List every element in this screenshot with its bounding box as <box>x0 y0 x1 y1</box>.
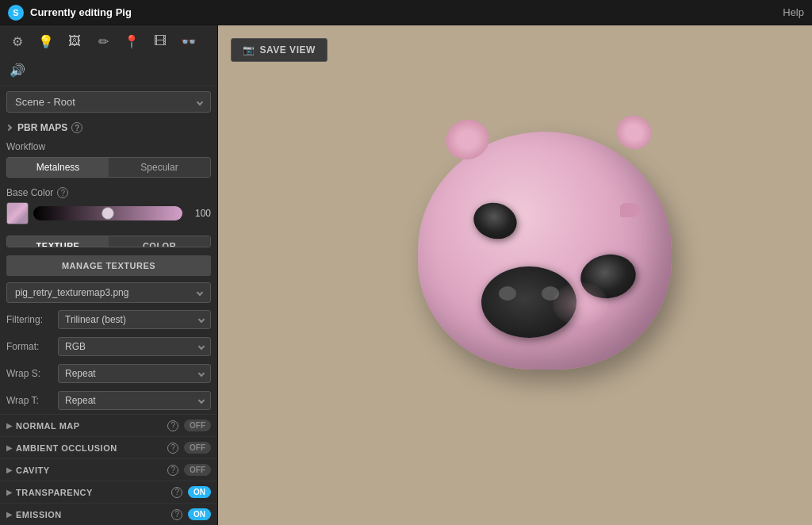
scene-dropdown[interactable]: Scene - Root <box>6 91 211 113</box>
pig-belly <box>553 282 608 326</box>
scene-dropdown-label: Scene - Root <box>15 96 75 108</box>
wraps-label: Wrap S: <box>6 368 58 379</box>
pig-eye-left <box>469 198 521 244</box>
normal-map-help[interactable]: ? <box>167 420 178 431</box>
pig-model <box>378 92 711 425</box>
wraps-chevron <box>198 370 205 377</box>
base-color-section: Base Color ? 100 <box>0 184 217 231</box>
normal-map-toggle[interactable]: OFF <box>184 420 211 431</box>
texture-file-label: pig_retry_texturemap3.png <box>15 287 128 298</box>
icon-toolbar: ⚙ 💡 🖼 ✏ 📍 🎞 👓 🔊 <box>0 25 217 86</box>
wraps-value: Repeat <box>65 368 96 379</box>
pbr-maps-help-icon[interactable]: ? <box>71 122 82 133</box>
workflow-tabs: Metalness Specular <box>6 157 211 178</box>
tab-metalness[interactable]: Metalness <box>7 158 109 177</box>
pbr-maps-toggle-arrow <box>6 125 12 131</box>
emission-label: EMISSION <box>16 510 171 519</box>
scene-dropdown-chevron <box>197 98 203 105</box>
transparency-help[interactable]: ? <box>171 487 182 498</box>
cavity-row[interactable]: ▶ CAVITY ? OFF <box>0 458 217 481</box>
film-icon[interactable]: 🎞 <box>151 32 170 51</box>
pin-icon[interactable]: 📍 <box>122 32 141 51</box>
emission-toggle[interactable]: ON <box>188 508 211 520</box>
viewport: 📷 SAVE VIEW <box>218 25 812 525</box>
transparency-label: TRANSPARENCY <box>16 488 171 497</box>
tab-specular[interactable]: Specular <box>109 158 210 177</box>
workflow-label: Workflow <box>6 141 211 152</box>
ambient-occ-arrow: ▶ <box>6 443 13 452</box>
slider-wrap <box>33 206 182 220</box>
base-color-help-icon[interactable]: ? <box>57 187 68 198</box>
vr-icon[interactable]: 👓 <box>179 32 198 51</box>
pbr-maps-header[interactable]: PBR MAPS ? <box>0 117 217 138</box>
emission-arrow: ▶ <box>6 510 13 519</box>
top-bar-left: S Currently editing Pig <box>8 5 132 21</box>
format-row: Format: RGB <box>0 333 217 360</box>
speaker-icon[interactable]: 🔊 <box>8 60 27 79</box>
texture-file-dropdown[interactable]: pig_retry_texturemap3.png <box>6 282 211 303</box>
help-button[interactable]: Help <box>783 6 804 18</box>
cavity-toggle[interactable]: OFF <box>184 464 211 476</box>
transparency-row[interactable]: ▶ TRANSPARENCY ? ON <box>0 481 217 503</box>
pig-nostril-left <box>499 286 516 301</box>
format-value: RGB <box>65 341 86 352</box>
wrapt-chevron <box>198 397 205 404</box>
color-swatch[interactable] <box>6 202 29 224</box>
base-color-label: Base Color ? <box>6 187 211 198</box>
filtering-row: Filtering: Trilinear (best) <box>0 306 217 333</box>
wrapt-label: Wrap T: <box>6 395 58 406</box>
wrapt-value: Repeat <box>65 395 96 406</box>
light-icon[interactable]: 💡 <box>36 32 56 51</box>
save-view-button[interactable]: 📷 SAVE VIEW <box>231 38 327 62</box>
filtering-value: Trilinear (best) <box>65 314 126 325</box>
filtering-dropdown[interactable]: Trilinear (best) <box>58 310 211 329</box>
wrapt-row: Wrap T: Repeat <box>0 387 217 414</box>
editing-label: Currently editing Pig <box>30 6 132 18</box>
normal-map-arrow: ▶ <box>6 421 13 430</box>
filtering-label: Filtering: <box>6 314 58 325</box>
image-icon[interactable]: 🖼 <box>65 32 84 51</box>
camera-icon: 📷 <box>243 44 255 56</box>
format-chevron <box>198 343 205 350</box>
cavity-help[interactable]: ? <box>167 465 178 476</box>
ambient-occ-label: AMBIENT OCCLUSION <box>16 443 167 453</box>
transparency-toggle[interactable]: ON <box>188 486 211 498</box>
manage-textures-button[interactable]: MANAGE TEXTURES <box>6 255 211 276</box>
wraps-row: Wrap S: Repeat <box>0 360 217 387</box>
base-color-row: 100 <box>6 202 211 224</box>
format-label: Format: <box>6 341 58 352</box>
wrapt-dropdown[interactable]: Repeat <box>58 391 211 410</box>
transparency-arrow: ▶ <box>6 488 13 496</box>
pig-tail <box>620 203 640 217</box>
ambient-occ-toggle[interactable]: OFF <box>184 442 211 454</box>
normal-map-label: NORMAL MAP <box>16 421 167 431</box>
pig-ear-right <box>611 111 657 155</box>
left-panel: ⚙ 💡 🖼 ✏ 📍 🎞 👓 🔊 Scene - Root PBR MAPS ? … <box>0 25 218 525</box>
pig-body <box>418 132 672 370</box>
settings-icon[interactable]: ⚙ <box>8 32 27 51</box>
brush-icon[interactable]: ✏ <box>94 32 113 51</box>
format-dropdown[interactable]: RGB <box>58 337 211 356</box>
ambient-occ-row[interactable]: ▶ AMBIENT OCCLUSION ? OFF <box>0 436 217 458</box>
base-color-value: 100 <box>187 208 211 219</box>
app-logo: S <box>8 5 24 21</box>
top-bar: S Currently editing Pig Help <box>0 0 812 25</box>
save-view-label: SAVE VIEW <box>260 44 316 56</box>
main-layout: ⚙ 💡 🖼 ✏ 📍 🎞 👓 🔊 Scene - Root PBR MAPS ? … <box>0 25 812 525</box>
cavity-label: CAVITY <box>16 466 167 475</box>
filtering-chevron <box>198 316 205 323</box>
cavity-arrow: ▶ <box>6 466 13 474</box>
texture-file-chevron <box>197 289 203 296</box>
texture-color-tabs: TEXTURE COLOR <box>6 236 211 247</box>
emission-help[interactable]: ? <box>171 509 182 520</box>
base-color-slider[interactable] <box>33 206 182 220</box>
pbr-maps-label: PBR MAPS <box>17 122 67 133</box>
workflow-section: Workflow Metalness Specular <box>0 138 217 184</box>
normal-map-row[interactable]: ▶ NORMAL MAP ? OFF <box>0 414 217 436</box>
emission-row[interactable]: ▶ EMISSION ? ON <box>0 503 217 525</box>
tab-color[interactable]: COLOR <box>109 236 210 247</box>
ambient-occ-help[interactable]: ? <box>167 443 178 454</box>
tab-texture[interactable]: TEXTURE <box>7 236 109 247</box>
wraps-dropdown[interactable]: Repeat <box>58 364 211 383</box>
